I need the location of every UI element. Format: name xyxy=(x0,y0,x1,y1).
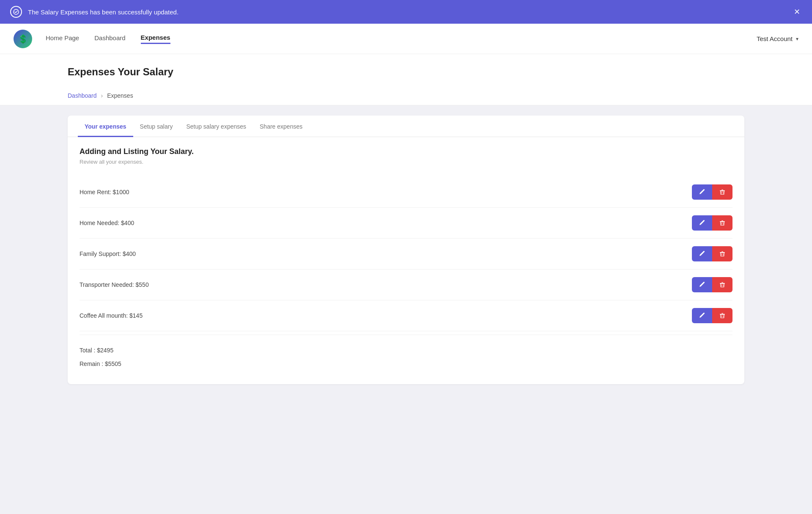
action-buttons-2 xyxy=(692,246,732,261)
tab-setup-salary-expenses[interactable]: Setup salary expenses xyxy=(179,115,253,137)
logo-icon: 💲 xyxy=(18,34,28,44)
expense-label-4: Coffee All mounth: $145 xyxy=(80,312,143,319)
section-title: Adding and Listing Your Salary. xyxy=(80,147,732,156)
tab-content: Adding and Listing Your Salary. Review a… xyxy=(68,137,744,384)
page-title: Expenses Your Salary xyxy=(68,66,744,78)
totals-section: Total : $2495 Remain : $5505 xyxy=(80,335,732,374)
expense-label-3: Transporter Needed: $550 xyxy=(80,281,149,288)
app-logo: 💲 xyxy=(14,30,32,48)
action-buttons-3 xyxy=(692,277,732,292)
expense-label-2: Family Support: $400 xyxy=(80,250,136,257)
edit-button-2[interactable] xyxy=(692,246,712,261)
svg-rect-14 xyxy=(721,282,723,283)
edit-button-0[interactable] xyxy=(692,184,712,200)
nav-dashboard[interactable]: Dashboard xyxy=(94,34,125,43)
action-buttons-0 xyxy=(692,184,732,200)
action-buttons-1 xyxy=(692,215,732,231)
svg-rect-6 xyxy=(721,220,723,221)
breadcrumb-separator: › xyxy=(101,92,103,99)
expense-row: Home Needed: $400 xyxy=(80,208,732,239)
edit-button-3[interactable] xyxy=(692,277,712,292)
tabs-bar: Your expenses Setup salary Setup salary … xyxy=(68,115,744,137)
svg-rect-2 xyxy=(721,190,723,190)
page-header: Expenses Your Salary xyxy=(0,54,812,86)
edit-button-4[interactable] xyxy=(692,308,712,323)
breadcrumb-parent[interactable]: Dashboard xyxy=(68,92,97,99)
svg-rect-10 xyxy=(721,251,723,252)
delete-button-4[interactable] xyxy=(712,308,732,323)
notification-banner: The Salary Expenses has been successfull… xyxy=(0,0,812,24)
breadcrumb: Dashboard › Expenses xyxy=(0,86,812,105)
delete-button-3[interactable] xyxy=(712,277,732,292)
expense-row: Transporter Needed: $550 xyxy=(80,269,732,300)
remain-row: Remain : $5505 xyxy=(80,357,732,371)
nav-links: Home Page Dashboard Expenses xyxy=(46,34,757,44)
delete-button-0[interactable] xyxy=(712,184,732,200)
expense-label-0: Home Rent: $1000 xyxy=(80,189,129,195)
chevron-down-icon: ▾ xyxy=(796,36,798,42)
notification-message: The Salary Expenses has been successfull… xyxy=(28,8,792,16)
account-label: Test Account xyxy=(757,35,793,42)
action-buttons-4 xyxy=(692,308,732,323)
delete-button-1[interactable] xyxy=(712,215,732,231)
notification-close-button[interactable]: ✕ xyxy=(792,6,802,17)
tab-share-expenses[interactable]: Share expenses xyxy=(253,115,309,137)
breadcrumb-current: Expenses xyxy=(107,92,133,99)
notification-icon xyxy=(10,6,22,18)
nav-home[interactable]: Home Page xyxy=(46,34,79,43)
expense-row: Family Support: $400 xyxy=(80,239,732,269)
content-card: Your expenses Setup salary Setup salary … xyxy=(68,115,744,384)
nav-expenses[interactable]: Expenses xyxy=(141,34,170,44)
total-row: Total : $2495 xyxy=(80,344,732,357)
expense-label-1: Home Needed: $400 xyxy=(80,220,134,226)
expense-row: Home Rent: $1000 xyxy=(80,177,732,208)
top-nav: 💲 Home Page Dashboard Expenses Test Acco… xyxy=(0,24,812,54)
expense-row: Coffee All mounth: $145 xyxy=(80,300,732,331)
svg-rect-18 xyxy=(721,313,723,313)
tab-your-expenses[interactable]: Your expenses xyxy=(78,115,133,137)
main-content: Your expenses Setup salary Setup salary … xyxy=(0,115,812,401)
tab-setup-salary[interactable]: Setup salary xyxy=(133,115,180,137)
section-subtitle: Review all your expenses. xyxy=(80,159,732,165)
edit-button-1[interactable] xyxy=(692,215,712,231)
delete-button-2[interactable] xyxy=(712,246,732,261)
account-dropdown[interactable]: Test Account ▾ xyxy=(757,35,798,42)
